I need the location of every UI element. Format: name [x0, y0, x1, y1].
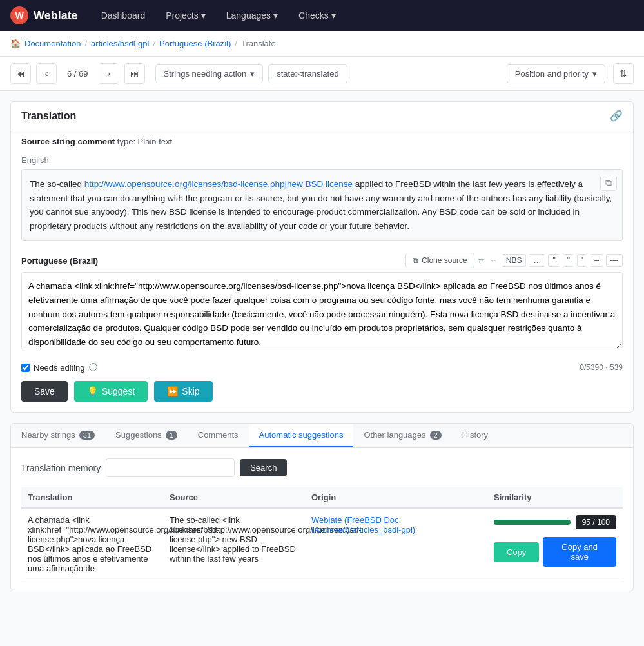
tabs-bar: Nearby strings 31 Suggestions 1 Comments…	[11, 424, 633, 448]
needs-editing-checkbox[interactable]	[21, 364, 30, 372]
tab-suggestions[interactable]: Suggestions 1	[105, 424, 188, 447]
tab-automatic-suggestions[interactable]: Automatic suggestions	[249, 424, 354, 447]
panel-header: Translation 🔗	[11, 102, 633, 130]
translation-toolbar: Portuguese (Brazil) ⧉ Clone source ⇄ ← N…	[11, 249, 633, 272]
save-button[interactable]: Save	[21, 381, 68, 402]
col-similarity: Similarity	[487, 487, 623, 508]
search-button[interactable]: Search	[240, 459, 287, 476]
copy-button[interactable]: Copy	[494, 542, 539, 562]
origin-text: Weblate (FreeBSD Doc (Archived)/articles…	[311, 515, 415, 534]
clone-source-label: Clone source	[422, 256, 467, 265]
copy-to-clipboard-button[interactable]: ⧉	[600, 175, 617, 191]
result-origin-cell: Weblate (FreeBSD Doc (Archived)/articles…	[305, 508, 487, 580]
state-filter: state:<translated	[268, 64, 347, 83]
first-page-button[interactable]: ⏮	[10, 63, 31, 84]
results-table-header-row: Translation Source Origin Similarity	[21, 487, 623, 508]
right-dquote-button[interactable]: "	[563, 254, 574, 267]
nav-checks[interactable]: Checks ▾	[291, 5, 344, 26]
panel-link-icon[interactable]: 🔗	[610, 110, 623, 122]
projects-dropdown-icon: ▾	[201, 10, 206, 21]
suggestions-badge: 1	[166, 431, 177, 440]
breadcrumb-home-icon: 🏠	[10, 39, 21, 48]
strings-filter-button[interactable]: Strings needing action ▾	[155, 64, 264, 83]
result-action-cell: Copy Copy and save	[494, 537, 616, 567]
translation-footer: Needs editing ⓘ 0/5390 · 539	[11, 358, 633, 381]
suggest-icon: 💡	[87, 386, 98, 396]
languages-dropdown-icon: ▾	[273, 10, 278, 21]
tab-content-automatic-suggestions: Translation memory Search Translation So…	[11, 448, 633, 591]
controls-bar: ⏮ ‹ 6 / 69 › ⏭ Strings needing action ▾ …	[0, 57, 644, 91]
weblate-logo: W	[10, 6, 28, 24]
source-comment-label: Source string comment	[21, 137, 115, 146]
col-translation: Translation	[21, 487, 163, 508]
left-squote-button[interactable]: '	[577, 254, 587, 267]
search-input[interactable]	[106, 458, 235, 477]
nav-projects[interactable]: Projects ▾	[158, 5, 213, 26]
brand[interactable]: W Weblate	[10, 6, 78, 24]
results-table: Translation Source Origin Similarity A c…	[21, 487, 623, 580]
similarity-tooltip: 95 / 100	[576, 515, 616, 529]
translation-toolbar-right: ⧉ Clone source ⇄ ← NBS … " " ' – —	[405, 253, 623, 268]
next-page-button[interactable]: ›	[99, 63, 119, 84]
tab-nearby-strings[interactable]: Nearby strings 31	[11, 424, 105, 447]
sort-order-toggle[interactable]: ⇅	[613, 63, 634, 84]
suggest-button[interactable]: 💡 Suggest	[74, 381, 148, 402]
em-dash-button[interactable]: —	[606, 254, 623, 267]
origin-freebsd-link: FreeBSD Doc (Archived)/articles_bsdl-gpl	[311, 515, 413, 534]
action-buttons: Save 💡 Suggest ⏩ Skip	[11, 381, 633, 412]
skip-icon: ⏩	[167, 386, 178, 396]
copy-save-button[interactable]: Copy and save	[543, 537, 616, 567]
other-languages-badge: 2	[430, 431, 442, 440]
brand-name: Weblate	[34, 9, 78, 23]
breadcrumb-language[interactable]: Portuguese (Brazil)	[159, 39, 231, 48]
sort-dropdown-icon: ▾	[592, 69, 597, 79]
tabs-section: Nearby strings 31 Suggestions 1 Comments…	[10, 423, 634, 591]
left-dquote-button[interactable]: "	[548, 254, 560, 267]
col-source: Source	[163, 487, 305, 508]
needs-editing-info-icon[interactable]: ⓘ	[89, 362, 97, 373]
needs-editing-label[interactable]: Needs editing ⓘ	[21, 362, 97, 373]
ellipsis-button[interactable]: …	[529, 254, 545, 267]
result-origin-link[interactable]: Weblate (FreeBSD Doc (Archived)/articles…	[311, 515, 415, 534]
source-link[interactable]: http://www.opensource.org/licenses/bsd-l…	[84, 179, 353, 189]
similarity-container: 95 / 100 Copy Copy and save	[494, 515, 616, 567]
result-translation-cell: A chamada <link xlink:href="http://www.o…	[21, 508, 163, 580]
clone-source-button[interactable]: ⧉ Clone source	[405, 253, 474, 268]
breadcrumb-documentation[interactable]: Documentation	[24, 39, 81, 48]
similarity-bar	[494, 520, 571, 525]
result-similarity-cell: 95 / 100 Copy Copy and save	[487, 508, 623, 580]
translation-textarea[interactable]: A chamada <link xlink:href="http://www.o…	[21, 272, 623, 349]
breadcrumb-current: Translate	[241, 39, 276, 48]
source-lang-label: English	[11, 153, 633, 169]
strings-filter-label: Strings needing action	[164, 69, 247, 79]
prev-page-button[interactable]: ‹	[36, 63, 57, 84]
last-page-button[interactable]: ⏭	[124, 63, 145, 84]
tab-other-languages[interactable]: Other languages 2	[353, 424, 451, 447]
source-text: The so-called http://www.opensource.org/…	[21, 169, 623, 241]
translation-memory-label: Translation memory	[21, 463, 101, 473]
nbs-button[interactable]: NBS	[502, 254, 527, 267]
navbar: W Weblate Dashboard Projects ▾ Languages…	[0, 0, 644, 31]
breadcrumb: 🏠 Documentation / articles/bsdl-gpl / Po…	[0, 31, 644, 57]
nav-languages[interactable]: Languages ▾	[219, 5, 286, 26]
sort-button[interactable]: Position and priority ▾	[507, 64, 605, 83]
table-row: A chamada <link xlink:href="http://www.o…	[21, 508, 623, 580]
tab-history[interactable]: History	[452, 424, 498, 447]
tab-comments[interactable]: Comments	[188, 424, 249, 447]
result-source-cell: The so-called <link xlink:href="http://w…	[163, 508, 305, 580]
translation-panel: Translation 🔗 Source string comment type…	[10, 101, 634, 413]
nav-dashboard[interactable]: Dashboard	[93, 5, 153, 26]
breadcrumb-project[interactable]: articles/bsdl-gpl	[91, 39, 149, 48]
translation-memory-row: Translation memory Search	[21, 458, 623, 477]
source-comment-type: type: Plain text	[117, 137, 172, 146]
char-count: 0/5390 · 539	[580, 363, 623, 372]
checks-dropdown-icon: ▾	[331, 10, 336, 21]
nearby-strings-badge: 31	[79, 431, 95, 440]
source-comment: Source string comment type: Plain text	[11, 130, 633, 153]
page-indicator: 6 / 69	[62, 69, 93, 79]
skip-button[interactable]: ⏩ Skip	[154, 381, 212, 402]
sort-label: Position and priority	[515, 69, 589, 79]
panel-title: Translation	[21, 110, 76, 122]
en-dash-button[interactable]: –	[590, 254, 603, 267]
col-origin: Origin	[305, 487, 487, 508]
